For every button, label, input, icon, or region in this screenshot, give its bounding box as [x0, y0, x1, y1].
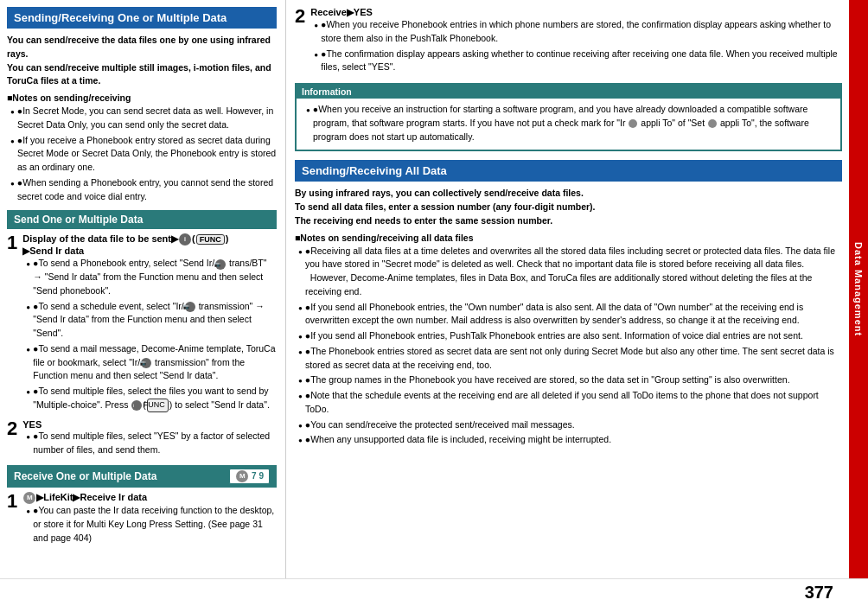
step1-number: 1: [7, 233, 17, 252]
right-step2-number: 2: [295, 7, 305, 26]
all-note-5: ●The group names in the Phonebook you ha…: [295, 373, 842, 387]
right-step2-title: Receive▶YES: [310, 7, 842, 18]
all-data-intro: By using infrared rays, you can collecti…: [295, 187, 842, 227]
intro-text: You can send/receive the data files one …: [7, 34, 277, 88]
all-note-4: ●The Phonebook entries stored as secret …: [295, 345, 842, 373]
step2-bullet-1: ●To send multiple files, select "YES" by…: [22, 430, 277, 457]
all-note-3: ●If you send all Phonebook entries, Push…: [295, 329, 842, 343]
right-column: 2 Receive▶YES ●When you receive Phoneboo…: [285, 0, 849, 578]
step1-row: 1 Display of the data file to be sent▶i(…: [7, 233, 277, 414]
func-key2: FUNC: [147, 399, 169, 412]
all-data-header: Sending/Receiving All Data: [295, 160, 842, 182]
trans-icon1: 📷: [215, 259, 226, 270]
data-management-tab: Data Management: [849, 0, 868, 578]
right-step2-bullet-1: ●When you receive Phonebook entries in w…: [310, 18, 842, 46]
trans-icon2: 📷: [185, 302, 195, 312]
right-step2-row: 2 Receive▶YES ●When you receive Phoneboo…: [295, 7, 842, 76]
notes-header: ■Notes on sending/receiving: [7, 92, 277, 103]
appli-icon2: [708, 119, 717, 128]
step1-bullet-3: ●To send a mail message, Decome-Anime te…: [22, 342, 277, 383]
page-wrapper: Sending/Receiving One or Multiple Data Y…: [0, 0, 868, 606]
receive-header-text: Receive One or Multiple Data: [14, 470, 156, 482]
step2-row: 2 YES ●To send multiple files, select "Y…: [7, 419, 277, 459]
step2-title: YES: [22, 419, 277, 430]
left-column: Sending/Receiving One or Multiple Data Y…: [0, 0, 285, 578]
right-step2-bullet-2: ●The confirmation display appears asking…: [310, 48, 842, 75]
all-note-1: ●Receiving all data files at a time dele…: [295, 245, 842, 299]
step1-content: Display of the data file to be sent▶i(FU…: [22, 233, 277, 414]
recv-step1-number: 1: [7, 492, 17, 511]
func-key: FUNC: [196, 234, 225, 245]
info-box-header: Information: [297, 85, 840, 99]
appli-icon1: [629, 119, 637, 128]
receive-header: Receive One or Multiple Data M 7 9: [7, 465, 277, 488]
recv-step1-bullet-1: ●You can paste the Ir data receiving fun…: [22, 504, 277, 545]
main-header: Sending/Receiving One or Multiple Data: [7, 7, 277, 29]
all-note-8: ●When any unsupported data file is inclu…: [295, 433, 842, 447]
all-note-7: ●You can send/receive the protected sent…: [295, 418, 842, 432]
step2-number: 2: [7, 419, 17, 438]
step1-title: Display of the data file to be sent▶i(FU…: [22, 233, 277, 257]
all-note-2: ●If you send all Phonebook entries, the …: [295, 301, 842, 329]
all-note-6: ●Note that the schedule events at the re…: [295, 389, 842, 417]
footer: 377: [0, 578, 868, 606]
right-step2-content: Receive▶YES ●When you receive Phonebook …: [310, 7, 842, 76]
recv-step1-title: M▶LifeKit▶Receive Ir data: [22, 492, 277, 504]
func-icon: i: [179, 233, 191, 246]
send-header: Send One or Multiple Data: [7, 210, 277, 229]
page-number: 377: [805, 583, 859, 603]
step1-bullet-2: ●To send a schedule event, select "Ir/📷 …: [22, 300, 277, 341]
receive-menu-badge: M 7 9: [229, 469, 270, 484]
recv-step1-row: 1 M▶LifeKit▶Receive Ir data ●You can pas…: [7, 492, 277, 546]
note-2: ●If you receive a Phonebook entry stored…: [7, 134, 277, 175]
info-bullet-1: ●When you receive an instruction for sta…: [303, 103, 834, 144]
step1-bullet-4: ●To send multiple files, select the file…: [22, 385, 277, 412]
trans-icon3: 📷: [141, 358, 151, 368]
recv-step1-content: M▶LifeKit▶Receive Ir data ●You can paste…: [22, 492, 277, 546]
info-box: Information ●When you receive an instruc…: [295, 83, 842, 151]
menu-icon-recv: M: [236, 470, 248, 482]
note-3: ●When sending a Phonebook entry, you can…: [7, 176, 277, 204]
menu-circle-recv: M: [23, 492, 35, 504]
step2-content: YES ●To send multiple files, select "YES…: [22, 419, 277, 459]
intro-bold: You can send/receive the data files one …: [7, 35, 271, 86]
all-notes-header: ■Notes on sending/receiving all data fil…: [295, 233, 842, 243]
note-1: ●In Secret Mode, you can send secret dat…: [7, 105, 277, 132]
step1-bullet-1: ●To send a Phonebook entry, select "Send…: [22, 257, 277, 297]
press-icon: i: [131, 400, 142, 411]
